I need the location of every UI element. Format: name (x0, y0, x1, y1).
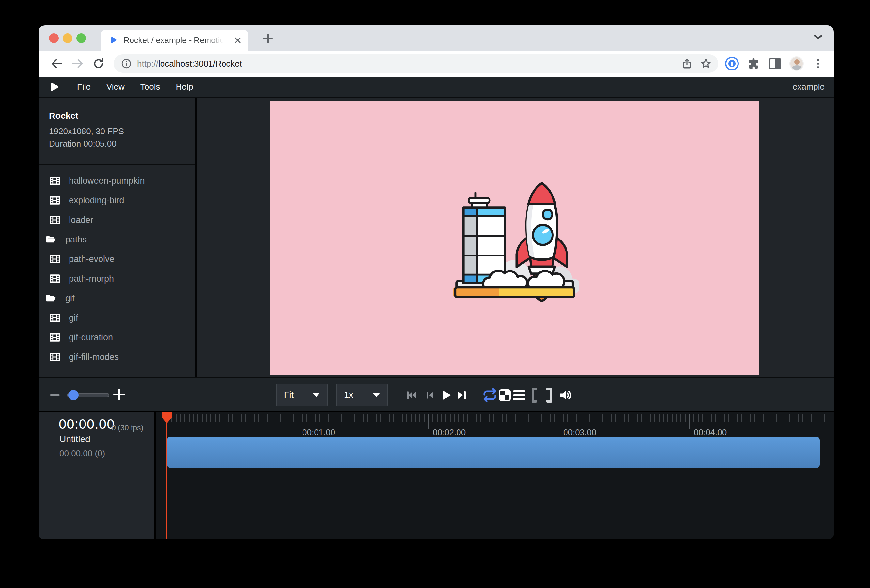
ruler-second-tick (428, 414, 429, 429)
ruler-tick (228, 414, 229, 421)
new-tab-button[interactable] (262, 33, 274, 45)
ruler-tick (533, 414, 533, 421)
folder-open-icon (45, 234, 57, 245)
ruler-tick (485, 414, 485, 421)
ruler-tick (271, 414, 272, 421)
browser-tab[interactable]: Rocket / example - Remotion P (101, 30, 248, 51)
ruler-tick (219, 414, 220, 421)
profile-avatar[interactable] (789, 56, 804, 71)
sidebar-item-label: halloween-pumpkin (69, 176, 145, 186)
ruler-tick (332, 414, 333, 421)
sidebar-resize-handle[interactable] (195, 98, 197, 377)
ruler-tick (319, 414, 320, 421)
forward-button[interactable] (70, 57, 85, 71)
sidebar-item-composition[interactable]: exploding-bird (39, 191, 195, 210)
remotion-favicon-icon (109, 36, 118, 45)
workspace-label: example (793, 82, 825, 92)
sidebar-item-composition[interactable]: gif-duration (39, 327, 195, 347)
menu-item-help[interactable]: Help (176, 82, 193, 92)
volume-button[interactable] (557, 387, 574, 403)
ruler-tick (445, 414, 446, 421)
ruler-time-label: 00:03.00 (563, 427, 596, 438)
sidebar-item-composition[interactable]: halloween-pumpkin (39, 171, 195, 191)
ruler-tick (598, 414, 599, 421)
zoom-slider-thumb[interactable] (68, 390, 79, 400)
sidebar-item-composition[interactable]: gif (39, 308, 195, 327)
sidebar-item-composition[interactable]: path-morph (39, 269, 195, 289)
jump-to-start-button[interactable] (404, 388, 419, 403)
ruler-tick (681, 414, 681, 421)
playhead-line[interactable] (167, 412, 167, 539)
sidebar-item-label: loader (69, 215, 93, 225)
side-panel-icon[interactable] (767, 56, 783, 71)
ruler-tick (307, 414, 307, 421)
timeline-zoom-slider[interactable] (67, 393, 109, 397)
sidebar-item-label: paths (65, 235, 87, 245)
timeline-tracks[interactable]: 00:01.0000:02.0000:03.0000:04.00 (156, 412, 834, 539)
ruler-tick (406, 414, 407, 421)
in-point-bracket-button[interactable] (526, 387, 542, 403)
tab-close-icon[interactable] (233, 35, 243, 45)
ruler-tick (363, 414, 363, 421)
ruler-tick (803, 414, 803, 421)
out-point-bracket-button[interactable] (541, 387, 557, 403)
ruler-tick (676, 414, 677, 421)
ruler-tick (563, 414, 563, 421)
sidebar-item-folder[interactable]: paths (39, 230, 195, 249)
ruler-tick (820, 414, 820, 421)
url-bar[interactable]: http://localhost:3001/Rocket (113, 55, 718, 73)
composition-canvas[interactable] (270, 101, 759, 375)
minimize-window-button[interactable] (63, 33, 73, 43)
preview-area (197, 98, 834, 377)
sequence-track-bar[interactable] (167, 436, 820, 468)
playhead-marker[interactable] (162, 412, 172, 424)
tab-search-chevron-icon[interactable] (813, 35, 823, 41)
bookmark-star-button[interactable] (699, 57, 713, 71)
sidebar-item-folder[interactable]: gif (39, 289, 195, 308)
sidebar-item-label: gif-duration (69, 332, 113, 342)
playback-rate-select[interactable]: 1x (336, 384, 388, 406)
current-timecode: 00:00.00 (59, 416, 115, 432)
zoom-out-button[interactable] (48, 390, 62, 400)
transparency-checkerboard-button[interactable] (497, 387, 513, 403)
extensions-puzzle-icon[interactable] (746, 56, 761, 71)
close-window-button[interactable] (49, 33, 59, 43)
onepassword-extension-icon[interactable] (724, 56, 740, 71)
size-select[interactable]: Fit (276, 384, 328, 406)
ruler-tick (824, 414, 825, 421)
ruler-tick (620, 414, 620, 421)
ruler-tick (432, 414, 433, 421)
timeline-rows-button[interactable] (511, 387, 527, 403)
loop-toggle-button[interactable] (482, 387, 498, 403)
ruler-tick (594, 414, 594, 421)
reload-button[interactable] (91, 57, 106, 71)
browser-menu-kebab-icon[interactable] (810, 56, 826, 71)
back-button[interactable] (50, 57, 64, 71)
ruler-tick (659, 414, 660, 421)
menu-item-view[interactable]: View (106, 82, 125, 92)
ruler-tick (646, 414, 647, 421)
composition-resolution: 1920x1080, 30 FPS (49, 125, 185, 137)
share-button[interactable] (680, 57, 694, 71)
sidebar-item-composition[interactable]: gif-fill-modes (39, 347, 195, 367)
site-info-icon[interactable] (121, 58, 132, 69)
remotion-logo-icon[interactable] (48, 81, 60, 93)
url-path: localhost:3001/Rocket (158, 59, 242, 68)
ruler-tick (258, 414, 259, 421)
url-text[interactable]: http://localhost:3001/Rocket (137, 59, 675, 69)
next-frame-button[interactable] (454, 388, 469, 403)
sidebar-item-composition[interactable]: path-evolve (39, 249, 195, 269)
menu-item-file[interactable]: File (77, 82, 91, 92)
ruler-tick (685, 414, 685, 421)
film-icon (49, 273, 60, 284)
sidebar-item-composition[interactable]: loader (39, 210, 195, 230)
play-button[interactable] (439, 388, 454, 403)
ruler-tick (315, 414, 316, 421)
zoom-in-button[interactable] (112, 387, 126, 402)
ruler-tick (781, 414, 781, 421)
previous-frame-button[interactable] (422, 388, 437, 403)
menu-item-tools[interactable]: Tools (140, 82, 160, 92)
ruler-tick (585, 414, 585, 421)
fullscreen-window-button[interactable] (76, 33, 86, 43)
ruler-tick (232, 414, 233, 421)
